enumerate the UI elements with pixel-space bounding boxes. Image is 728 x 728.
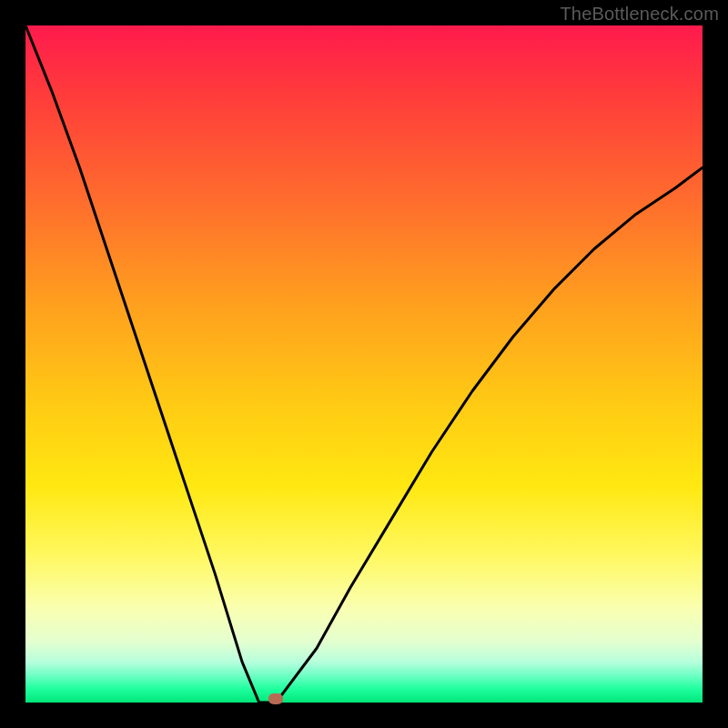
curve-svg (25, 25, 703, 703)
watermark-text: TheBottleneck.com (560, 4, 719, 25)
optimum-marker (268, 693, 283, 704)
plot-area (25, 25, 703, 703)
bottleneck-curve (25, 25, 703, 703)
chart-frame: TheBottleneck.com (0, 0, 728, 728)
